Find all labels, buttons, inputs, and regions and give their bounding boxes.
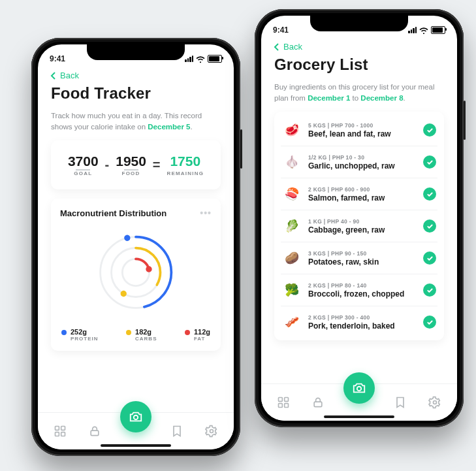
page-title: Grocery List: [274, 56, 444, 74]
device-notch: [310, 16, 408, 31]
svg-point-8: [145, 265, 152, 272]
check-toggle[interactable]: [423, 252, 436, 265]
svg-rect-19: [285, 404, 289, 408]
grocery-meta: 3 KGS | PHP 90 - 150: [308, 250, 417, 257]
grocery-meta: 2 KGS | PHP 80 - 140: [308, 282, 417, 289]
back-button[interactable]: Back: [261, 39, 457, 54]
svg-rect-16: [279, 398, 283, 402]
remaining-segment: 1750 REMAINING: [163, 154, 208, 176]
chevron-left-icon: [50, 72, 57, 80]
grocery-title: Salmon, farmed, raw: [308, 193, 417, 203]
signal-icon: [185, 56, 193, 62]
back-label: Back: [283, 42, 302, 52]
dot-icon: [61, 330, 67, 335]
macronutrient-card: Macronutrient Distribution •••: [51, 199, 221, 351]
grocery-row[interactable]: 🥬1 KG | PHP 40 - 90Cabbage, green, raw: [281, 210, 437, 242]
svg-rect-20: [314, 402, 322, 407]
grid-icon: [277, 396, 290, 409]
check-toggle[interactable]: [423, 284, 436, 297]
svg-rect-17: [285, 398, 289, 402]
bookmark-icon: [170, 425, 183, 438]
grocery-row[interactable]: 🍣2 KGS | PHP 600 - 900Salmon, farmed, ra…: [281, 178, 437, 210]
tab-settings[interactable]: [426, 393, 444, 412]
food-thumbnail: 🧄: [282, 152, 302, 172]
legend-fat: 112gFAT: [185, 328, 210, 342]
food-thumbnail: 🥬: [282, 216, 302, 236]
camera-icon: [129, 410, 143, 424]
grocery-row[interactable]: 🥓2 KGS | PHP 300 - 400Pork, tenderloin, …: [281, 306, 437, 338]
check-icon: [426, 319, 434, 326]
dot-icon: [126, 330, 131, 335]
back-button[interactable]: Back: [38, 68, 234, 83]
check-icon: [426, 127, 434, 134]
svg-point-21: [433, 401, 436, 404]
svg-point-22: [357, 387, 361, 391]
food-thumbnail: 🥩: [282, 120, 302, 140]
tab-home[interactable]: [274, 393, 293, 412]
phone-grocery-list: 9:41 Back Grocery List: [255, 9, 464, 427]
grocery-row[interactable]: 🥔3 KGS | PHP 90 - 150Potatoes, raw, skin: [281, 242, 437, 274]
svg-rect-9: [56, 427, 59, 430]
grocery-row[interactable]: 🥩5 KGS | PHP 700 - 1000Beef, lean and fa…: [281, 114, 437, 146]
back-label: Back: [60, 71, 79, 80]
food-thumbnail: 🍣: [282, 184, 302, 204]
battery-icon: [431, 26, 445, 34]
check-icon: [426, 255, 434, 262]
check-icon: [426, 191, 434, 198]
gear-icon: [205, 425, 218, 438]
tab-lock[interactable]: [86, 422, 104, 440]
food-thumbnail: 🥓: [282, 312, 302, 332]
battery-icon: [208, 55, 222, 63]
tab-bookmark[interactable]: [168, 422, 186, 440]
chevron-left-icon: [273, 43, 281, 51]
macronutrient-legend: 252gPROTEIN 182gCARBS 112gFAT: [60, 321, 212, 342]
gear-icon: [428, 396, 441, 409]
tab-home[interactable]: [51, 422, 69, 440]
svg-point-14: [210, 430, 213, 433]
goal-segment: 3700 GOAL: [64, 154, 103, 176]
check-toggle[interactable]: [423, 187, 436, 201]
home-indicator: [324, 415, 394, 418]
camera-icon: [352, 381, 366, 395]
check-toggle[interactable]: [423, 123, 436, 137]
check-toggle[interactable]: [423, 316, 436, 329]
check-toggle[interactable]: [423, 155, 436, 169]
grocery-meta: 1 KG | PHP 40 - 90: [308, 218, 417, 225]
status-time: 9:41: [50, 54, 65, 63]
minus-operator: -: [105, 157, 110, 172]
tab-lock[interactable]: [309, 393, 327, 412]
page-subtitle: Buy ingredients on this grocery list for…: [274, 82, 444, 105]
grocery-meta: 2 KGS | PHP 600 - 900: [308, 186, 417, 193]
bookmark-icon: [394, 396, 407, 409]
page-subtitle: Track how much you eat in a day. This re…: [51, 110, 221, 133]
food-thumbnail: 🥦: [282, 280, 302, 300]
camera-fab[interactable]: [120, 401, 151, 432]
food-thumbnail: 🥔: [282, 248, 302, 268]
check-icon: [426, 159, 434, 166]
check-toggle[interactable]: [423, 219, 436, 233]
legend-protein: 252gPROTEIN: [61, 328, 99, 342]
grocery-meta: 5 KGS | PHP 700 - 1000: [308, 122, 417, 129]
camera-fab[interactable]: [343, 372, 375, 404]
grid-icon: [54, 425, 67, 438]
svg-point-4: [123, 235, 131, 242]
svg-rect-12: [61, 432, 65, 436]
grocery-row[interactable]: 🥦2 KGS | PHP 80 - 140Broccoli, frozen, c…: [281, 274, 437, 306]
tab-bookmark[interactable]: [391, 393, 409, 412]
check-icon: [426, 223, 434, 230]
wifi-icon: [419, 27, 428, 33]
tab-settings[interactable]: [202, 422, 221, 440]
food-segment: 1950 FOOD: [112, 154, 150, 176]
svg-rect-10: [61, 427, 65, 430]
lock-icon: [311, 396, 325, 409]
svg-rect-11: [56, 432, 59, 436]
grocery-title: Broccoli, frozen, chopped: [308, 289, 417, 299]
legend-carbs: 182gCARBS: [126, 328, 157, 342]
lock-icon: [88, 425, 101, 438]
grocery-title: Potatoes, raw, skin: [308, 257, 417, 267]
grocery-row[interactable]: 🧄1/2 KG | PHP 10 - 30Garlic, unchopped, …: [281, 146, 437, 178]
svg-point-15: [134, 415, 138, 419]
calorie-summary-card: 3700 GOAL - 1950 FOOD =: [51, 140, 221, 189]
macronutrient-title: Macronutrient Distribution: [60, 208, 167, 218]
more-icon[interactable]: •••: [200, 208, 212, 218]
